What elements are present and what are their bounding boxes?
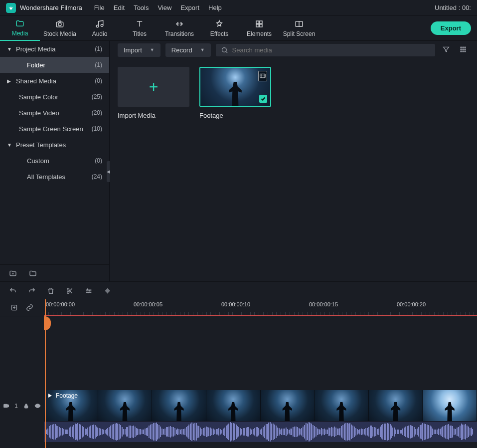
sidebar-preset-templates[interactable]: ▼ Preset Templates xyxy=(0,137,109,153)
tab-audio[interactable]: Audio xyxy=(80,16,120,41)
tab-split-label: Split Screen xyxy=(283,30,316,37)
timeline-empty-area[interactable] xyxy=(44,316,477,390)
sidebar-project-media-count: (1) xyxy=(95,45,102,52)
tab-split-screen[interactable]: Split Screen xyxy=(279,16,319,41)
sidebar-shared-media-count: (0) xyxy=(95,77,102,84)
filter-button[interactable] xyxy=(440,43,452,57)
sidebar-sample-color-label: Sample Color xyxy=(19,93,92,101)
redo-icon[interactable] xyxy=(28,287,36,295)
svg-point-11 xyxy=(461,47,462,48)
tab-transitions[interactable]: Transitions xyxy=(159,16,199,41)
sidebar-all-templates[interactable]: All Templates (24) xyxy=(0,169,109,185)
video-track-header[interactable]: 1 xyxy=(0,390,44,421)
import-dropdown[interactable]: Import ▼ xyxy=(118,43,160,57)
svg-point-10 xyxy=(222,47,226,52)
tab-media-label: Media xyxy=(12,30,28,37)
sidebar-sample-color[interactable]: Sample Color (25) xyxy=(0,89,109,105)
sidebar-folder-count: (1) xyxy=(95,61,102,68)
footage-thumb[interactable] xyxy=(199,67,271,107)
svg-rect-5 xyxy=(256,21,259,23)
chevron-down-icon: ▼ xyxy=(7,142,12,148)
project-title: Untitled : 00: xyxy=(435,4,471,11)
filter-icon xyxy=(442,45,450,53)
menu-help[interactable]: Help xyxy=(208,4,222,11)
svg-rect-6 xyxy=(260,21,262,23)
sidebar-project-media-label: Project Media xyxy=(16,45,95,53)
transitions-icon xyxy=(175,19,184,28)
video-type-icon xyxy=(258,71,267,81)
svg-point-2 xyxy=(58,22,61,25)
chevron-left-icon: ◀ xyxy=(107,169,110,174)
svg-point-12 xyxy=(463,47,464,48)
search-media-box[interactable] xyxy=(216,44,435,56)
app-name: Wondershare Filmora xyxy=(20,4,82,11)
ruler-mark-4: 00:00:00:20 xyxy=(397,301,426,307)
sidebar-collapse-handle[interactable]: ◀ xyxy=(107,161,110,182)
tab-elements[interactable]: Elements xyxy=(239,16,279,41)
main-menu: File Edit Tools View Export Help xyxy=(94,4,222,11)
sidebar-folder[interactable]: Folder (1) xyxy=(0,57,109,73)
new-folder-plus-icon[interactable] xyxy=(9,269,17,277)
menu-export[interactable]: Export xyxy=(180,4,199,11)
timeline-ruler[interactable]: 00:00:00:00 00:00:00:05 00:00:00:10 00:0… xyxy=(44,299,477,316)
svg-rect-24 xyxy=(4,404,8,408)
video-clip-footage[interactable]: Footage xyxy=(44,390,477,421)
menu-tools[interactable]: Tools xyxy=(134,4,149,11)
tab-effects[interactable]: Effects xyxy=(199,16,239,41)
import-media-thumb[interactable]: + xyxy=(118,67,189,107)
sidebar-sample-green[interactable]: Sample Green Screen (10) xyxy=(0,121,109,137)
svg-rect-7 xyxy=(256,24,259,26)
timeline-toolbar xyxy=(0,281,477,299)
video-track-number: 1 xyxy=(14,403,17,409)
eye-icon[interactable] xyxy=(34,403,41,409)
sidebar-custom-label: Custom xyxy=(27,157,95,165)
timeline-body[interactable]: 00:00:00:00 00:00:00:05 00:00:00:10 00:0… xyxy=(44,299,477,448)
menu-edit[interactable]: Edit xyxy=(114,4,125,11)
tab-titles[interactable]: Titles xyxy=(120,16,159,41)
text-icon xyxy=(135,19,144,28)
import-dropdown-label: Import xyxy=(124,46,142,54)
sidebar-sample-video[interactable]: Sample Video (20) xyxy=(0,105,109,121)
view-grid-button[interactable] xyxy=(457,43,469,57)
sidebar-project-media[interactable]: ▼ Project Media (1) xyxy=(0,41,109,57)
folder-icon[interactable] xyxy=(29,269,37,277)
titlebar: Wondershare Filmora File Edit Tools View… xyxy=(0,0,477,16)
tab-effects-label: Effects xyxy=(210,30,228,37)
adjust-icon[interactable] xyxy=(85,287,93,295)
sidebar-folder-label: Folder xyxy=(27,61,95,69)
audio-adjust-icon[interactable] xyxy=(104,287,112,295)
svg-rect-25 xyxy=(24,405,28,408)
grid-icon xyxy=(459,45,467,53)
camera-icon xyxy=(55,19,64,28)
audio-track-header[interactable] xyxy=(0,421,44,442)
split-icon[interactable] xyxy=(66,287,74,295)
ruler-mark-2: 00:00:00:10 xyxy=(221,301,250,307)
tab-media[interactable]: Media xyxy=(0,16,40,41)
video-track-1[interactable]: Footage xyxy=(44,390,477,421)
chevron-down-icon: ▼ xyxy=(150,47,155,52)
chevron-right-icon: ▶ xyxy=(7,78,12,84)
audio-waveform xyxy=(44,422,477,442)
tab-elements-label: Elements xyxy=(247,30,272,37)
import-media-tile[interactable]: + Import Media xyxy=(118,67,189,119)
clip-name: Footage xyxy=(56,392,78,399)
sidebar-shared-media[interactable]: ▶ Shared Media (0) xyxy=(0,73,109,89)
svg-point-15 xyxy=(463,49,464,50)
tab-stock-media[interactable]: Stock Media xyxy=(40,16,80,41)
footage-label: Footage xyxy=(199,112,271,119)
menu-file[interactable]: File xyxy=(94,4,105,11)
audio-track-1[interactable] xyxy=(44,421,477,442)
play-icon xyxy=(47,393,53,399)
music-note-icon xyxy=(95,19,104,28)
export-button[interactable]: Export xyxy=(431,21,471,35)
menu-view[interactable]: View xyxy=(158,4,171,11)
add-track-icon[interactable] xyxy=(10,304,18,311)
lock-icon[interactable] xyxy=(23,403,29,409)
link-icon[interactable] xyxy=(26,304,33,311)
delete-icon[interactable] xyxy=(47,287,55,295)
search-media-input[interactable] xyxy=(232,46,430,54)
record-dropdown[interactable]: Record ▼ xyxy=(165,43,211,57)
footage-tile[interactable]: Footage xyxy=(199,67,271,119)
sidebar-custom[interactable]: Custom (0) xyxy=(0,153,109,169)
undo-icon[interactable] xyxy=(9,287,17,295)
